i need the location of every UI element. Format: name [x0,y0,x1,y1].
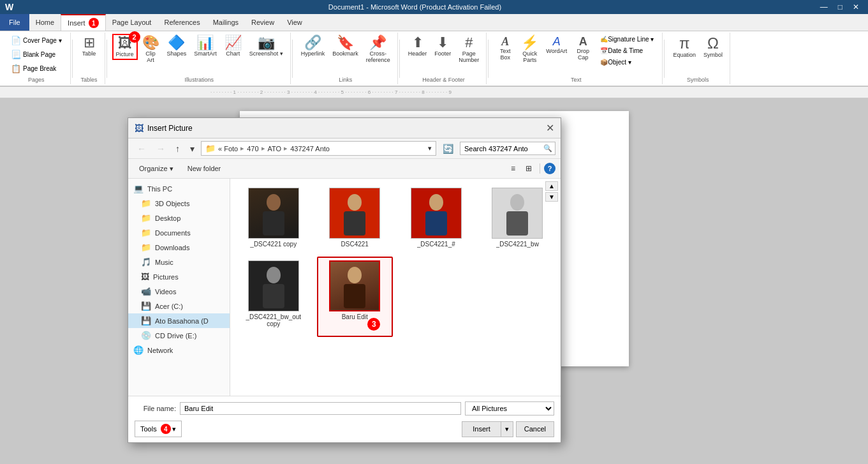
tab-insert[interactable]: Insert 1 [61,14,106,31]
new-folder-btn[interactable]: New folder [182,162,227,175]
cover-page-icon: 📄 [11,36,21,45]
person-silhouette-4 [501,191,533,236]
step4-badge: 4 [161,424,171,434]
nav-ato-label: Ato Basahona (D [155,317,209,325]
insert-dropdown-btn[interactable]: ▾ [501,421,513,437]
header-icon: ⬆ [412,36,423,50]
tab-review[interactable]: Review [245,14,281,31]
tools-label: Tools [140,425,157,433]
footer-icon: ⬇ [437,36,448,50]
toolbar-divider [540,163,540,174]
tab-home[interactable]: Home [29,14,61,31]
page-break-btn[interactable]: 📋 Page Break [6,62,66,75]
view-list-btn[interactable]: ≡ [507,161,519,176]
file-item-4[interactable]: _DSC4221_bw [480,184,556,251]
nav-back-btn[interactable]: ← [133,142,150,156]
nav-forward-btn[interactable]: → [152,142,169,156]
nav-downloads[interactable]: 📁 Downloads [128,240,230,255]
signature-line-btn[interactable]: ✍ Signature Line ▾ [596,34,658,45]
symbol-btn[interactable]: Ω Symbol [700,34,726,60]
screenshot-btn[interactable]: 📷 Screenshot ▾ [246,34,286,59]
nav-music[interactable]: 🎵 Music [128,255,230,269]
table-btn[interactable]: ⊞ Table [78,34,101,59]
dialog-close-btn[interactable]: ✕ [546,122,554,134]
nav-ato[interactable]: 💾 Ato Basahona (D [128,313,230,328]
file-item-1[interactable]: _DSC4221 copy [235,184,312,251]
clip-art-btn[interactable]: 🎨 ClipArt [139,34,163,65]
dialog-title-bar: 🖼 Insert Picture ✕ [128,118,561,138]
file-item-3[interactable]: _DSC4221_# [398,184,474,251]
text-box-btn[interactable]: A TextBox [494,34,517,63]
nav-cd-drive[interactable]: 💿 CD Drive (E:) [128,328,230,343]
cover-page-btn[interactable]: 📄 Cover Page ▾ [6,34,66,47]
symbols-label: Symbols [687,77,709,83]
insert-btn[interactable]: Insert [462,421,501,437]
cancel-btn[interactable]: Cancel [516,421,554,437]
blank-page-btn[interactable]: 📃 Blank Page [6,48,66,61]
minimize-btn[interactable]: — [816,3,832,11]
footer-btn[interactable]: ⬇ Footer [431,34,454,59]
nav-refresh-btn[interactable]: 🔄 [439,142,457,156]
file-item-5[interactable]: _DSC4221_bw_out copy [235,257,312,337]
toolbar2-left: Organize ▾ New folder [133,162,226,176]
nav-videos[interactable]: 📹 Videos [128,284,230,299]
footer-row2-right: Insert ▾ Cancel [462,421,554,437]
bookmark-icon: 🔖 [337,36,354,50]
page-number-btn[interactable]: # PageNumber [455,34,482,65]
equation-btn[interactable]: π Equation [670,34,699,60]
object-btn[interactable]: 📦 Object ▾ [596,57,658,68]
scroll-up-btn[interactable]: ▲ [545,181,558,191]
tab-file[interactable]: File [0,14,29,31]
step1-badge: 1 [89,18,99,28]
search-input[interactable] [464,145,541,153]
file-item-6[interactable]: Baru Edit 3 [317,257,394,337]
person-silhouette-2 [339,191,371,236]
photo-5 [249,260,298,311]
tab-view[interactable]: View [281,14,309,31]
tab-mailings[interactable]: Mailings [207,14,245,31]
breadcrumb-bar[interactable]: 📁 « Foto ▸ 470 ▸ ATO ▸ 437247 Anto ▾ [201,141,436,156]
close-btn[interactable]: ✕ [849,3,863,11]
object-icon: 📦 [600,59,608,66]
quick-parts-btn[interactable]: ⚡ QuickParts [518,34,541,65]
drop-cap-btn[interactable]: A DropCap [571,34,594,63]
insert-picture-dialog[interactable]: 🖼 Insert Picture ✕ ← → ↑ ▾ 📁 « Foto ▸ 47… [128,117,561,443]
desktop-icon: 📁 [141,213,151,223]
file-name-input[interactable] [180,402,461,415]
nav-pictures[interactable]: 🖼 Pictures [128,269,230,284]
tab-references[interactable]: References [158,14,206,31]
nav-recent-btn[interactable]: ▾ [186,142,198,156]
scroll-down-btn[interactable]: ▼ [545,192,558,202]
view-details-btn[interactable]: ⊞ [522,161,536,176]
text-items: A TextBox ⚡ QuickParts A WordArt A DropC… [494,34,658,75]
wordart-btn[interactable]: A WordArt [543,34,570,56]
header-btn[interactable]: ⬆ Header [405,34,430,59]
cross-ref-btn[interactable]: 📌 Cross-reference [363,34,394,65]
nav-network[interactable]: 🌐 Network [128,343,230,357]
file-type-dropdown[interactable]: All Pictures [465,401,554,415]
footer-row2: Tools 4 ▾ Insert ▾ Cancel [135,421,554,437]
tools-btn[interactable]: Tools 4 ▾ [135,421,182,437]
svg-point-8 [267,267,281,283]
page-number-label: PageNumber [459,50,479,63]
shapes-btn[interactable]: 🔷 Shapes [164,34,190,59]
smartart-btn[interactable]: 📊 SmartArt [191,34,220,59]
tab-page-layout[interactable]: Page Layout [106,14,158,31]
ribbon-group-illustrations: 🖼 Picture 2 🎨 ClipArt 🔷 Shapes 📊 SmartAr… [108,33,291,84]
this-pc-icon: 💻 [133,184,143,193]
help-btn[interactable]: ? [544,163,555,174]
nav-desktop[interactable]: 📁 Desktop [128,211,230,225]
nav-this-pc[interactable]: 💻 This PC [128,181,230,196]
date-time-btn[interactable]: 📅 Date & Time [596,45,658,56]
maximize-btn[interactable]: □ [834,3,846,11]
file-item-2[interactable]: DSC4221 [317,184,394,251]
bookmark-btn[interactable]: 🔖 Bookmark [329,34,362,59]
hyperlink-btn[interactable]: 🔗 Hyperlink [298,34,328,59]
organize-btn[interactable]: Organize ▾ [133,162,179,176]
nav-up-btn[interactable]: ↑ [172,142,184,156]
chart-btn[interactable]: 📈 Chart [221,34,245,59]
nav-acer[interactable]: 💾 Acer (C:) [128,299,230,313]
nav-documents[interactable]: 📁 Documents [128,225,230,240]
nav-3d-objects[interactable]: 📁 3D Objects [128,196,230,211]
nav-pictures-label: Pictures [153,273,179,281]
